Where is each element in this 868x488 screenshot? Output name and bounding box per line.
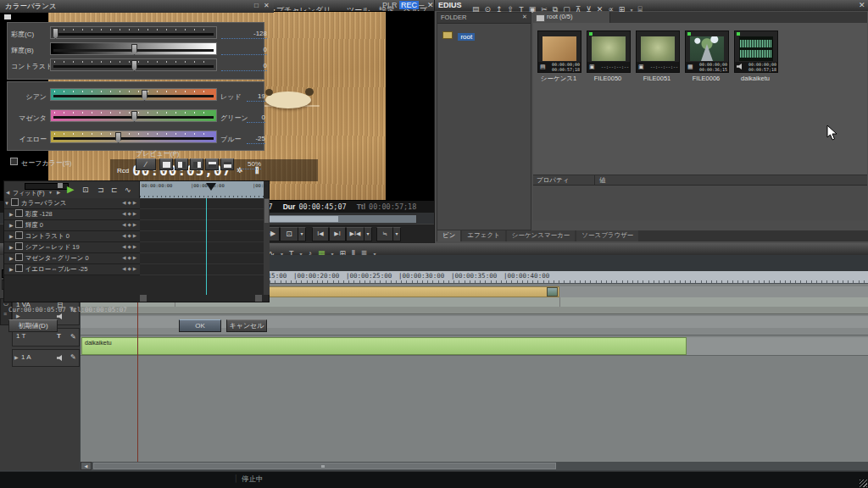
preview-enable-button[interactable]: ∕	[136, 158, 156, 170]
a-expander-icon[interactable]: ▶	[14, 354, 19, 360]
preview-split-left-button[interactable]	[175, 158, 188, 170]
timeline-clip-daikaiketu[interactable]: daikaiketu	[81, 337, 687, 355]
preview-full-button[interactable]	[159, 158, 173, 170]
keyframe-nav[interactable]: ◀◆▶	[122, 266, 138, 271]
param-checkbox[interactable]	[11, 198, 19, 206]
magenta-green-slider[interactable]	[50, 109, 217, 122]
dialog-maximize-icon[interactable]: □	[254, 2, 259, 9]
match-frame-dropdown[interactable]: ▾	[364, 227, 372, 241]
fit-dropdown-caret[interactable]: ▼	[48, 190, 53, 195]
param-checkbox[interactable]	[15, 220, 23, 228]
tab-root[interactable]: root (0/5)	[533, 12, 610, 23]
clip-item-file0006[interactable]: ▦ 00:00:00;0000:00:36;15	[685, 30, 729, 73]
keyframe-nav[interactable]: ◀◆▶	[122, 233, 138, 238]
kf-hscroll-left[interactable]	[140, 295, 147, 302]
keyframe-ruler[interactable]: 00:00:00:00 |00:00:05:00 |00:0	[140, 181, 264, 198]
keyframe-monitor-button[interactable]: ⊡	[82, 185, 89, 195]
dialog-close-icon[interactable]: ✕	[264, 2, 270, 9]
tab-sequence-marker[interactable]: シーケンスマーカー	[507, 230, 576, 241]
param-row-luminance[interactable]: ▶輝度 0◀◆▶	[4, 220, 140, 231]
scroll-left-button[interactable]: ◀	[81, 462, 92, 470]
cancel-button[interactable]: キャンセル	[226, 319, 267, 332]
param-row-chroma[interactable]: ▶彩度 -128◀◆▶	[4, 209, 140, 220]
cyan-red-slider[interactable]	[50, 88, 217, 101]
scrollbar-thumb[interactable]	[93, 463, 556, 469]
param-row-contrast[interactable]: ▶コントラスト 0◀◆▶	[4, 231, 140, 242]
keyframe-nav[interactable]: ◀◆▶	[122, 211, 138, 216]
keyframe-track[interactable]	[140, 253, 264, 264]
keyframe-playhead-triangle[interactable]	[206, 183, 216, 191]
keyframe-playhead-line[interactable]	[206, 198, 207, 295]
keyframe-nav[interactable]: ◀◆▶	[122, 244, 138, 249]
ok-button[interactable]: OK	[179, 319, 221, 332]
contrast-slider[interactable]	[50, 58, 217, 71]
clip-item-file0050[interactable]: ▣ --:--:--:--	[587, 30, 631, 73]
match-frame-button[interactable]: ▶Ⅰ◀	[346, 227, 364, 241]
tab-bin[interactable]: ビン	[437, 230, 460, 241]
kf-vscrollbar[interactable]	[264, 198, 270, 295]
param-checkbox[interactable]	[15, 209, 23, 217]
magenta-green-slider-handle[interactable]	[131, 111, 137, 122]
keyframe-track[interactable]	[140, 198, 264, 209]
dialog-titlebar[interactable]: カラーバランス □ ✕	[0, 0, 274, 13]
param-row-colorbalance[interactable]: ▼カラーバランス◀◆▶	[4, 198, 140, 209]
clip-item-daikaiketu[interactable]: 00:00:00;0000:00:57;18	[734, 30, 778, 73]
yellow-blue-slider[interactable]	[50, 130, 217, 143]
title-track-icon[interactable]: T	[57, 332, 61, 340]
copy-next-keyframe-button[interactable]: ⊏	[111, 185, 118, 195]
track-header-a[interactable]: ▶ 1 A ✎	[12, 349, 80, 367]
cyan-red-slider-handle[interactable]	[142, 90, 147, 101]
clip-label[interactable]: daikaiketu	[732, 75, 778, 82]
plr-mode-button[interactable]: PLR	[382, 1, 398, 9]
keyframe-nav[interactable]: ◀◆▶	[122, 255, 138, 260]
rec-mode-button[interactable]: REC	[399, 1, 419, 9]
param-checkbox[interactable]	[15, 231, 23, 239]
export-to-monitor-button[interactable]: ⊡	[280, 227, 298, 241]
root-folder-label[interactable]: root	[458, 33, 475, 41]
timeline-hscrollbar[interactable]: ◀	[81, 462, 868, 470]
jump-to-in-button[interactable]: Ⅰ◀	[312, 227, 329, 241]
param-row-yellow-blue[interactable]: ▶イエロー⇔ブルー -25◀◆▶	[4, 264, 140, 275]
monitor-dropdown[interactable]: ▾	[298, 227, 306, 241]
param-row-magenta-green[interactable]: ▶マゼンタ⇔グリーン 0◀◆▶	[4, 253, 140, 264]
chroma-slider[interactable]	[50, 26, 217, 39]
clip-item-file0051[interactable]: ▣ --:--:--:--	[636, 30, 680, 73]
param-checkbox[interactable]	[15, 264, 23, 272]
fit-selector[interactable]: フィット(F)	[13, 189, 45, 197]
patch-audio-icon[interactable]: ≡	[3, 311, 7, 317]
resize-grip[interactable]	[860, 480, 867, 487]
preview-split-right-button[interactable]	[190, 158, 203, 170]
keyframe-track[interactable]	[140, 231, 264, 242]
close-icon[interactable]: ✕	[427, 1, 434, 9]
param-checkbox[interactable]	[15, 242, 23, 250]
clip-label[interactable]: FILE0051	[634, 75, 680, 82]
default-values-button[interactable]: 初期値(D)	[8, 319, 58, 332]
sync-mode-dropdown[interactable]: ▾	[392, 227, 401, 241]
chroma-slider-handle[interactable]	[53, 28, 58, 39]
kf-hscroll-right[interactable]	[255, 295, 262, 302]
clip-item-sequence[interactable]: ▤ 00:00:00;0000:00:57;18	[537, 30, 581, 73]
fit-prev-icon[interactable]: ◀	[6, 190, 9, 195]
column-divider[interactable]	[594, 175, 595, 185]
folder-panel-close-icon[interactable]: ✕	[522, 14, 527, 20]
preview-split-bottom-button[interactable]	[220, 158, 234, 170]
luminance-slider-handle[interactable]	[131, 44, 137, 55]
contrast-slider-handle[interactable]	[131, 60, 137, 71]
safe-color-checkbox[interactable]	[10, 158, 18, 165]
clip-label[interactable]: シーケンス1	[536, 75, 581, 83]
va-speaker-icon[interactable]	[57, 313, 64, 319]
a-lock-pen-icon[interactable]: ✎	[70, 353, 76, 361]
yellow-blue-slider-handle[interactable]	[115, 132, 121, 143]
param-checkbox[interactable]	[15, 253, 23, 261]
copy-prev-keyframe-button[interactable]: ⊐	[97, 185, 104, 195]
timeline-playhead-line[interactable]	[137, 284, 138, 462]
minimize-icon[interactable]: ─	[419, 1, 424, 9]
jump-to-out-button[interactable]: ▶Ⅰ	[329, 227, 346, 241]
keyframe-track[interactable]	[140, 220, 264, 231]
keyframe-nav[interactable]: ◀◆▶	[122, 222, 138, 227]
tab-effect[interactable]: エフェクト	[462, 230, 504, 241]
bin-close-icon[interactable]: ✕	[859, 1, 865, 9]
va-expander-icon[interactable]: ▶	[16, 313, 20, 319]
tab-source-browser[interactable]: ソースブラウザー	[576, 230, 638, 241]
curve-graph-button[interactable]: ∿	[125, 185, 131, 195]
